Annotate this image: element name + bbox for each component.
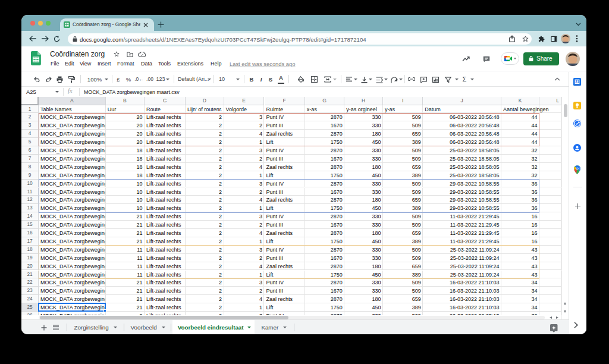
svg-text:31: 31	[575, 80, 580, 84]
